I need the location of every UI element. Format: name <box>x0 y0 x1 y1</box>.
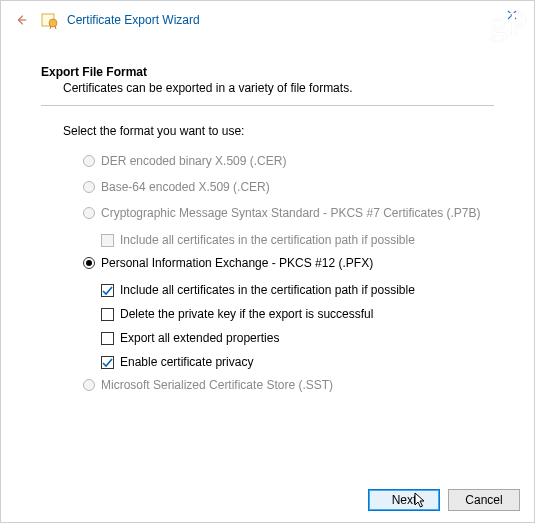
select-prompt: Select the format you want to use: <box>63 124 494 138</box>
checkbox-label-pfx-delete-key: Delete the private key if the export is … <box>120 307 373 321</box>
window-title: Certificate Export Wizard <box>67 13 200 27</box>
cancel-button[interactable]: Cancel <box>448 489 520 511</box>
radio-icon-selected <box>83 257 95 269</box>
checkbox-pfx-export-ext[interactable]: Export all extended properties <box>101 326 494 350</box>
checkbox-p7b-include-chain: Include all certificates in the certific… <box>101 228 494 252</box>
checkbox-icon <box>101 234 114 247</box>
radio-p7b: Cryptographic Message Syntax Standard - … <box>83 202 494 224</box>
checkbox-label-pfx-export-ext: Export all extended properties <box>120 331 279 345</box>
checkbox-label-p7b-include-chain: Include all certificates in the certific… <box>120 233 415 247</box>
checkbox-pfx-include-chain[interactable]: Include all certificates in the certific… <box>101 278 494 302</box>
page-description: Certificates can be exported in a variet… <box>63 79 494 95</box>
arrow-left-icon <box>14 13 28 27</box>
page-heading: Export File Format <box>41 65 494 79</box>
svg-point-1 <box>49 19 57 27</box>
content-area: Export File Format Certificates can be e… <box>1 65 534 474</box>
format-options: DER encoded binary X.509 (.CER) Base-64 … <box>83 150 494 396</box>
radio-label-der: DER encoded binary X.509 (.CER) <box>101 154 286 168</box>
heading-block: Export File Format Certificates can be e… <box>41 65 494 95</box>
wizard-window: Certificate Export Wizard gP Export File… <box>0 0 535 523</box>
title-bar: Certificate Export Wizard <box>1 1 534 39</box>
radio-base64: Base-64 encoded X.509 (.CER) <box>83 176 494 198</box>
checkbox-pfx-cert-privacy[interactable]: Enable certificate privacy <box>101 350 494 374</box>
radio-label-pfx: Personal Information Exchange - PKCS #12… <box>101 256 373 270</box>
checkbox-pfx-delete-key[interactable]: Delete the private key if the export is … <box>101 302 494 326</box>
checkbox-icon-checked <box>101 356 114 369</box>
radio-icon <box>83 181 95 193</box>
checkbox-icon-checked <box>101 284 114 297</box>
close-icon <box>507 10 517 20</box>
close-button[interactable] <box>489 1 534 29</box>
checkmark-icon <box>101 356 114 369</box>
radio-label-base64: Base-64 encoded X.509 (.CER) <box>101 180 270 194</box>
button-bar: Next Cancel <box>1 478 534 522</box>
radio-sst: Microsoft Serialized Certificate Store (… <box>83 374 494 396</box>
checkbox-icon <box>101 308 114 321</box>
checkbox-icon <box>101 332 114 345</box>
radio-der: DER encoded binary X.509 (.CER) <box>83 150 494 172</box>
radio-icon <box>83 155 95 167</box>
divider <box>41 105 494 106</box>
checkbox-label-pfx-include-chain: Include all certificates in the certific… <box>120 283 415 297</box>
radio-label-sst: Microsoft Serialized Certificate Store (… <box>101 378 333 392</box>
radio-pfx[interactable]: Personal Information Exchange - PKCS #12… <box>83 252 494 274</box>
back-button[interactable] <box>11 10 31 30</box>
checkmark-icon <box>101 284 114 297</box>
radio-icon <box>83 207 95 219</box>
certificate-wizard-icon <box>41 11 59 29</box>
radio-label-p7b: Cryptographic Message Syntax Standard - … <box>101 206 481 220</box>
checkbox-label-pfx-cert-privacy: Enable certificate privacy <box>120 355 253 369</box>
next-button[interactable]: Next <box>368 489 440 511</box>
radio-icon <box>83 379 95 391</box>
